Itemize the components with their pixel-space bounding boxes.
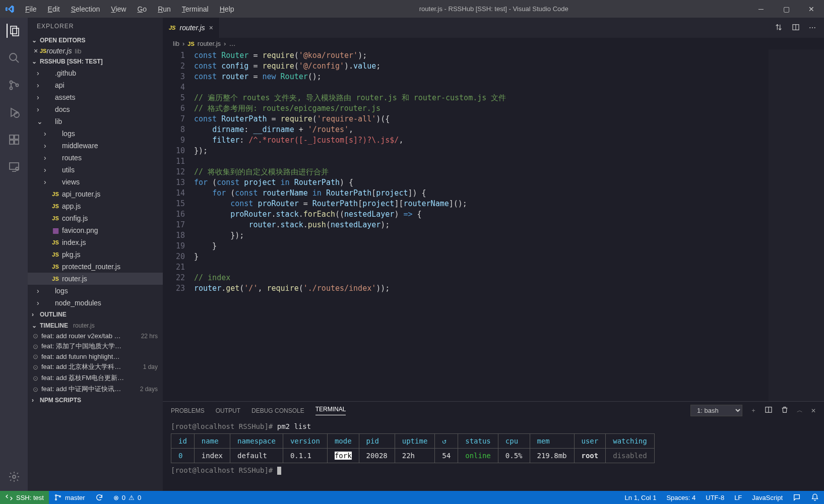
cursor-position[interactable]: Ln 1, Col 1 (620, 491, 662, 504)
language-mode[interactable]: JavaScript (747, 491, 788, 504)
menu-file[interactable]: File (20, 2, 42, 16)
terminal[interactable]: [root@localhost RSSHub]# pm2 list idname… (163, 419, 824, 491)
folder-item[interactable]: ›logs (28, 285, 163, 297)
open-editors-header[interactable]: ⌄ OPEN EDITORS (28, 35, 163, 46)
extensions-icon[interactable] (7, 133, 21, 147)
panel-tab-terminal[interactable]: TERMINAL (315, 406, 346, 415)
panel-tab-output[interactable]: OUTPUT (216, 407, 240, 414)
remote-explorer-icon[interactable] (7, 160, 21, 174)
split-editor-icon[interactable] (792, 23, 800, 33)
breadcrumb[interactable]: lib › JS router.js › … (163, 38, 824, 49)
open-editor-item[interactable]: × JS router.js lib (28, 46, 163, 56)
notifications-icon[interactable] (806, 491, 824, 504)
folder-item[interactable]: ›logs (28, 128, 163, 140)
timeline-item[interactable]: ⊙feat: add 中证网中证快讯…2 days (28, 384, 163, 395)
folder-item[interactable]: ⌄lib (28, 115, 163, 128)
chevron-icon: ⌄ (37, 117, 44, 125)
terminal-selector[interactable]: 1: bash (690, 405, 742, 416)
code-content[interactable]: const Router = require('@koa/router'); c… (194, 49, 769, 401)
file-item[interactable]: JSconfig.js (28, 212, 163, 224)
folder-item[interactable]: ›api (28, 79, 163, 91)
encoding-status[interactable]: UTF-8 (701, 491, 729, 504)
close-panel-icon[interactable]: ✕ (811, 407, 816, 414)
git-branch[interactable]: master (49, 491, 90, 504)
timeline-item[interactable]: ⊙feat: add router v2ex/tab …22 hrs (28, 331, 163, 341)
timeline-header[interactable]: ⌄ TIMELINE router.js (28, 320, 163, 331)
menu-go[interactable]: Go (132, 2, 152, 16)
chevron-down-icon: ⌄ (32, 58, 38, 65)
editor-body[interactable]: 1234567891011121314151617181920212223 co… (163, 49, 824, 401)
sync-changes[interactable] (90, 491, 108, 504)
vscode-logo-icon (0, 5, 20, 14)
panel: PROBLEMS OUTPUT DEBUG CONSOLE TERMINAL 1… (163, 401, 824, 491)
svg-line-3 (16, 59, 19, 62)
js-file-icon: JS (187, 41, 194, 47)
folder-item[interactable]: ›assets (28, 91, 163, 103)
timeline-item[interactable]: ⊙feat: add futunn highlight… (28, 352, 163, 361)
new-terminal-icon[interactable]: ＋ (750, 406, 756, 415)
folder-item[interactable]: ›middleware (28, 140, 163, 152)
problems-status[interactable]: ⊗0 ⚠0 (108, 491, 146, 504)
npm-scripts-header[interactable]: › NPM SCRIPTS (28, 395, 163, 406)
folder-item[interactable]: ›routes (28, 152, 163, 164)
folder-item[interactable]: ›.github (28, 67, 163, 79)
feedback-icon[interactable] (788, 491, 806, 504)
eol-status[interactable]: LF (729, 491, 747, 504)
split-terminal-icon[interactable] (765, 406, 773, 415)
explorer-icon[interactable] (7, 24, 21, 38)
svg-point-22 (55, 499, 57, 500)
status-bar: SSH: test master ⊗0 ⚠0 Ln 1, Col 1 Space… (0, 491, 824, 504)
outline-header[interactable]: › OUTLINE (28, 309, 163, 320)
timeline-item[interactable]: ⊙feat: add 荔枝FM电台更新… (28, 372, 163, 384)
indentation-status[interactable]: Spaces: 4 (661, 491, 701, 504)
close-icon[interactable]: × (209, 24, 213, 32)
kill-terminal-icon[interactable] (781, 406, 789, 415)
minimap[interactable] (769, 49, 824, 401)
chevron-icon: › (37, 299, 44, 307)
source-control-icon[interactable] (7, 78, 21, 92)
panel-tab-problems[interactable]: PROBLEMS (171, 407, 205, 414)
commit-icon: ⊙ (33, 353, 38, 360)
menu-edit[interactable]: Edit (43, 2, 65, 16)
file-item[interactable]: JSpkg.js (28, 248, 163, 261)
run-debug-icon[interactable] (7, 105, 21, 119)
file-item[interactable]: JSrouter.js (28, 273, 163, 285)
folder-item[interactable]: ›node_modules (28, 297, 163, 309)
menu-view[interactable]: View (106, 2, 131, 16)
compare-changes-icon[interactable] (775, 23, 783, 33)
search-icon[interactable] (7, 51, 21, 65)
file-item[interactable]: JSapp.js (28, 200, 163, 212)
panel-tab-debug-console[interactable]: DEBUG CONSOLE (251, 407, 304, 414)
more-actions-icon[interactable]: ⋯ (809, 24, 816, 32)
close-button[interactable]: ✕ (799, 0, 824, 18)
maximize-panel-icon[interactable]: ︿ (797, 406, 803, 415)
folder-item[interactable]: ›utils (28, 164, 163, 176)
file-item[interactable]: ▦favicon.png (28, 224, 163, 236)
svg-rect-0 (11, 26, 17, 34)
timeline-item[interactable]: ⊙feat: add 北京林业大学科…1 day (28, 361, 163, 372)
menu-run[interactable]: Run (153, 2, 176, 16)
folder-item[interactable]: ›docs (28, 103, 163, 115)
chevron-down-icon: ⌄ (32, 322, 38, 329)
menu-terminal[interactable]: Terminal (177, 2, 214, 16)
chevron-icon: › (37, 81, 44, 89)
commit-icon: ⊙ (33, 363, 38, 371)
svg-rect-9 (10, 135, 14, 139)
workspace-header[interactable]: ⌄ RSSHUB [SSH: TEST] (28, 56, 163, 67)
close-icon[interactable]: × (32, 47, 40, 55)
remote-indicator[interactable]: SSH: test (0, 491, 49, 504)
timeline-item[interactable]: ⊙feat: 添加了中国地质大学… (28, 341, 163, 352)
maximize-button[interactable]: ▢ (774, 0, 799, 18)
menu-selection[interactable]: Selection (66, 2, 105, 16)
settings-gear-icon[interactable] (7, 470, 21, 484)
file-tree: ›.github›api›assets›docs⌄lib›logs›middle… (28, 67, 163, 309)
menu-help[interactable]: Help (215, 2, 239, 16)
file-item[interactable]: JSprotected_router.js (28, 261, 163, 273)
editor-tabs: JS router.js × ⋯ (163, 18, 824, 38)
editor-tab[interactable]: JS router.js × (163, 18, 220, 38)
folder-item[interactable]: ›views (28, 176, 163, 188)
main-menu: File Edit Selection View Go Run Terminal… (20, 2, 239, 16)
minimize-button[interactable]: ─ (748, 0, 774, 18)
file-item[interactable]: JSindex.js (28, 236, 163, 248)
file-item[interactable]: JSapi_router.js (28, 188, 163, 200)
